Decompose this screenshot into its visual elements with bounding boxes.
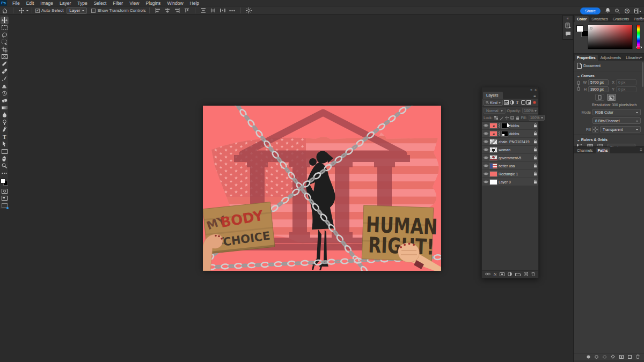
move-tool-preset-icon[interactable] [18,8,25,14]
fill-swatch[interactable] [592,127,598,132]
tab-adjustments[interactable]: Adjustments [598,55,624,61]
dodge-tool[interactable] [1,119,9,126]
delete-path-icon[interactable] [636,354,640,359]
layer-mask-thumbnail[interactable] [501,131,508,137]
bit-depth-dropdown[interactable]: 8 Bits/Channel [592,117,641,124]
lasso-tool[interactable] [1,31,9,39]
layer-thumbnail[interactable] [489,131,497,137]
share-button[interactable]: Share [580,8,601,14]
layer-row-rectangle-1[interactable]: Rectangle 1 [482,170,538,178]
tab-swatches[interactable]: Swatches [589,16,610,22]
layer-row-woman[interactable]: woman [482,146,538,154]
menu-image[interactable]: Image [37,1,56,6]
distribute-spacing-icon[interactable] [219,8,226,14]
menu-type[interactable]: Type [74,1,90,6]
orientation-landscape-button[interactable] [607,94,616,101]
wh-link-icon[interactable] [577,79,580,93]
tab-channels[interactable]: Channels [575,147,595,153]
history-panel-icon[interactable] [565,23,571,29]
tab-properties[interactable]: Properties [575,55,598,61]
tab-layers[interactable]: Layers [483,92,503,99]
collapse-panel-icon[interactable]: « [530,88,532,92]
visibility-eye-icon[interactable] [483,180,488,183]
tab-paths[interactable]: Paths [596,147,610,153]
lock-pixels-icon[interactable] [500,115,503,121]
visibility-eye-icon[interactable] [483,148,488,151]
new-layer-icon[interactable] [524,272,528,277]
layer-row-chain[interactable]: chain_PNG103419 [482,138,538,146]
lock-artboard-icon[interactable] [510,115,514,121]
layer-name[interactable]: woman [499,148,532,152]
add-path-mask-icon[interactable] [619,355,624,359]
layer-effects-icon[interactable]: fx [494,272,496,276]
delete-layer-icon[interactable] [531,272,535,277]
layer-thumbnail[interactable] [489,179,497,185]
panel-menu-icon[interactable]: ≡ [640,55,642,60]
edit-toolbar-icon[interactable] [1,169,9,177]
layer-thumbnail[interactable] [489,123,497,129]
load-selection-icon[interactable] [603,355,606,359]
visibility-eye-icon[interactable] [483,172,488,175]
expand-panels-icon[interactable]: « [567,17,569,20]
layer-thumbnail[interactable] [489,171,497,177]
rectangular-marquee-tool[interactable] [1,24,9,32]
mask-link-icon[interactable] [499,123,500,128]
object-selection-tool[interactable] [1,39,9,46]
tool-preset-chevron-icon[interactable] [26,10,28,12]
menu-select[interactable]: Select [91,1,110,6]
foreground-background-swatches[interactable] [576,25,588,37]
panel-menu-icon[interactable]: ≡ [640,147,642,152]
hand-tool[interactable] [1,155,9,162]
width-field[interactable]: 5700 px [588,79,609,85]
foreground-background-swatches[interactable] [1,179,8,186]
align-center-horizontal-icon[interactable] [164,8,171,14]
layer-thumbnail[interactable] [489,139,497,145]
zoom-tool[interactable] [1,162,9,170]
filter-image-icon[interactable] [504,100,509,105]
close-panel-icon[interactable]: × [535,88,537,92]
fill-path-icon[interactable] [587,355,590,359]
properties-scrollbar[interactable] [642,62,643,87]
layer-row-government[interactable]: government-5 [482,154,538,162]
help-icon[interactable]: ? [625,6,630,16]
link-layers-icon[interactable] [485,272,491,276]
blend-mode-dropdown[interactable]: Normal [484,108,506,114]
visibility-eye-icon[interactable] [483,132,488,135]
path-selection-tool[interactable] [1,141,9,148]
foreground-color-swatch[interactable] [576,25,583,32]
filter-kind-dropdown[interactable]: Kind [484,100,503,106]
blur-tool[interactable] [1,112,9,119]
auto-select-checkbox[interactable]: ✓ [35,9,40,13]
menu-help[interactable]: Help [187,1,202,6]
align-right-icon[interactable] [173,8,181,14]
layer-name[interactable]: dobbs [509,132,532,136]
quick-mask-button[interactable] [1,187,9,195]
layer-thumbnail[interactable] [489,155,497,161]
layer-thumbnail[interactable] [489,147,497,153]
filtering-toggle[interactable] [532,100,537,105]
search-icon[interactable] [615,6,620,16]
layer-name[interactable]: Rectangle 1 [499,172,532,176]
mask-link-icon[interactable] [499,131,500,136]
layer-row-better-usa[interactable]: better usa [482,162,538,170]
notifications-bell-icon[interactable] [605,6,610,16]
hue-slider-marker[interactable] [636,47,642,48]
menu-layer[interactable]: Layer [56,1,74,6]
align-left-icon[interactable] [154,8,162,14]
orientation-portrait-button[interactable] [595,94,604,101]
menu-edit[interactable]: Edit [23,1,38,6]
hue-slider[interactable] [636,25,640,49]
tab-color[interactable]: Color [575,16,589,22]
layer-name[interactable]: government-5 [499,156,532,160]
filter-shape-icon[interactable] [521,100,525,105]
eraser-tool[interactable] [1,97,9,104]
canvas-section-header[interactable]: ⌄ Canvas [574,72,644,79]
stroke-path-icon[interactable] [595,355,598,359]
layer-name[interactable]: dobbs [509,124,532,128]
visibility-eye-icon[interactable] [483,156,488,159]
foreground-color-swatch[interactable] [1,179,5,183]
layer-name[interactable]: better usa [499,164,532,168]
rectangle-tool[interactable] [1,147,9,155]
align-top-icon[interactable] [183,8,191,14]
eyedropper-tool[interactable] [1,60,9,68]
